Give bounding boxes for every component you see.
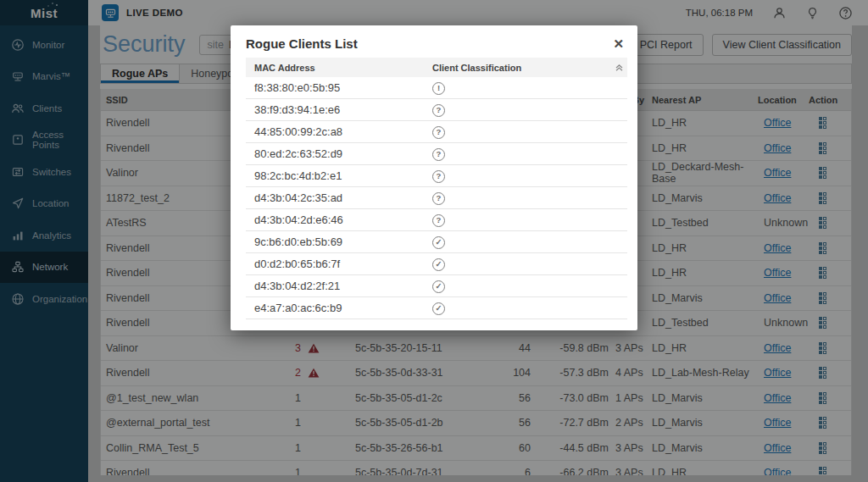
client-mac: 80:ed:2c:63:52:d9 — [246, 147, 432, 160]
classification-unknown-icon[interactable]: ? — [432, 170, 445, 183]
client-mac: d0:d2:b0:65:b6:7f — [246, 258, 432, 270]
classification-approved-icon[interactable]: ✓ — [432, 280, 445, 293]
rogue-client-row: 38:f9:d3:94:1e:e6 ? — [246, 99, 627, 121]
classification-cell: ? — [432, 213, 607, 226]
close-icon[interactable]: ✕ — [613, 37, 624, 50]
modal-header: Rogue Clients List ✕ — [231, 25, 637, 54]
classification-cell: ! — [432, 80, 607, 94]
classification-approved-icon[interactable]: ✓ — [432, 302, 445, 315]
rogue-client-row: d0:d2:b0:65:b6:7f ✓ — [246, 253, 627, 275]
classification-unknown-icon[interactable]: ? — [432, 104, 445, 117]
rogue-clients-modal: Rogue Clients List ✕ MAC Address Client … — [231, 25, 637, 330]
classification-cell: ✓ — [432, 279, 607, 292]
modal-title: Rogue Clients List — [246, 36, 358, 51]
rogue-client-row: d4:3b:04:d2:2f:21 ✓ — [246, 275, 627, 297]
collapse-icon[interactable] — [607, 63, 627, 72]
rogue-client-row: d4:3b:04:2d:e6:46 ? — [246, 209, 627, 231]
rogue-client-row: e4:a7:a0:ac:6c:b9 ✓ — [246, 297, 627, 319]
classification-cell: ✓ — [432, 235, 607, 248]
rogue-client-row: 44:85:00:99:2c:a8 ? — [246, 121, 627, 143]
rogue-client-row: 80:ed:2c:63:52:d9 ? — [246, 143, 627, 165]
client-mac: 98:2c:bc:4d:b2:e1 — [246, 169, 432, 182]
classification-unknown-icon[interactable]: ? — [432, 148, 445, 161]
rogue-clients-table-header: MAC Address Client Classification — [246, 58, 627, 77]
classification-unknown-icon[interactable]: ? — [432, 214, 445, 227]
client-mac: 38:f9:d3:94:1e:e6 — [246, 103, 432, 116]
classification-approved-icon[interactable]: ✓ — [432, 236, 445, 249]
classification-cell: ✓ — [432, 257, 607, 270]
client-mac: e4:a7:a0:ac:6c:b9 — [246, 302, 432, 314]
rogue-client-row: 9c:b6:d0:eb:5b:69 ✓ — [246, 231, 627, 253]
col-header-classification[interactable]: Client Classification — [432, 63, 607, 73]
client-mac: 44:85:00:99:2c:a8 — [246, 125, 432, 138]
rogue-client-row: 98:2c:bc:4d:b2:e1 ? — [246, 165, 627, 187]
classification-alert-icon[interactable]: ! — [432, 82, 445, 95]
rogue-clients-table: MAC Address Client Classification f8:38:… — [246, 58, 627, 319]
classification-cell: ? — [432, 191, 607, 204]
client-mac: d4:3b:04:d2:2f:21 — [246, 280, 432, 292]
rogue-clients-table-body: f8:38:80:e0:5b:95 ! 38:f9:d3:94:1e:e6 ? … — [246, 77, 627, 319]
classification-cell: ? — [432, 102, 607, 116]
classification-cell: ✓ — [432, 301, 607, 314]
client-mac: f8:38:80:e0:5b:95 — [246, 81, 432, 94]
rogue-client-row: d4:3b:04:2c:35:ad ? — [246, 187, 627, 209]
classification-cell: ? — [432, 147, 607, 160]
classification-cell: ? — [432, 169, 607, 182]
client-mac: d4:3b:04:2d:e6:46 — [246, 213, 432, 226]
client-mac: d4:3b:04:2c:35:ad — [246, 191, 432, 204]
client-mac: 9c:b6:d0:eb:5b:69 — [246, 235, 432, 248]
classification-cell: ? — [432, 125, 607, 138]
rogue-client-row: f8:38:80:e0:5b:95 ! — [246, 77, 627, 99]
classification-approved-icon[interactable]: ✓ — [432, 258, 445, 271]
classification-unknown-icon[interactable]: ? — [432, 126, 445, 139]
classification-unknown-icon[interactable]: ? — [432, 192, 445, 205]
col-header-mac[interactable]: MAC Address — [246, 63, 432, 73]
